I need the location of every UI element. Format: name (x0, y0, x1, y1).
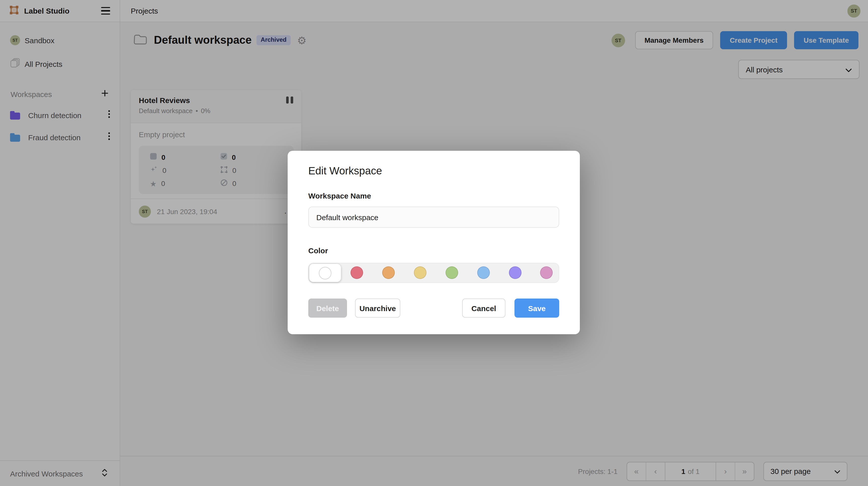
white-color-circle (319, 267, 332, 279)
unarchive-button[interactable]: Unarchive (355, 298, 400, 318)
color-swatch-selected-white[interactable] (309, 264, 341, 282)
color-swatch-yellow[interactable] (414, 266, 427, 279)
color-swatch-blue[interactable] (477, 266, 490, 279)
workspace-name-label: Workspace Name (308, 192, 559, 200)
color-swatch-orange[interactable] (382, 266, 395, 279)
delete-button[interactable]: Delete (308, 298, 347, 318)
color-picker (308, 263, 559, 283)
color-swatch-red[interactable] (350, 266, 363, 279)
label-studio-app: Label Studio Projects ST ST Sandbox All … (0, 0, 868, 486)
workspace-name-input[interactable] (308, 206, 559, 228)
modal-title: Edit Workspace (308, 165, 559, 177)
edit-workspace-modal: Edit Workspace Workspace Name Color Dele… (288, 151, 580, 334)
cancel-button[interactable]: Cancel (462, 298, 505, 318)
color-swatch-green[interactable] (445, 266, 458, 279)
modal-actions: Delete Unarchive Cancel Save (308, 298, 559, 318)
color-label: Color (308, 246, 559, 255)
color-swatch-pink[interactable] (540, 266, 553, 279)
color-swatch-purple[interactable] (509, 266, 522, 279)
save-button[interactable]: Save (515, 298, 559, 318)
